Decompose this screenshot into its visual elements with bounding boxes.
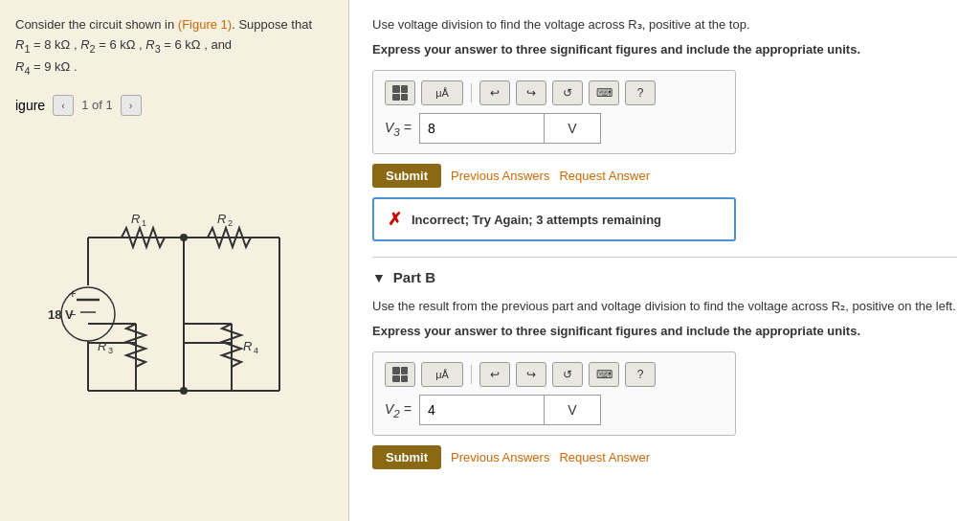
part-b-prev-answers-link[interactable]: Previous Answers (451, 450, 549, 464)
figure-area: igure ‹ 1 of 1 › + (15, 95, 333, 506)
part-a-action-row: Submit Previous Answers Request Answer (372, 164, 957, 188)
keyboard-button-b[interactable]: ⌨ (589, 362, 619, 387)
part-a-input[interactable] (419, 113, 544, 144)
svg-text:R: R (243, 339, 252, 353)
part-a-toolbar: μÅ ↩ ↪ ↺ ⌨ ? (385, 80, 724, 105)
part-a-request-answer-link[interactable]: Request Answer (559, 169, 650, 183)
left-panel: Consider the circuit shown in (Figure 1)… (0, 0, 349, 521)
part-b-unit: V (544, 395, 601, 425)
redo-button-a[interactable]: ↪ (516, 80, 546, 105)
part-a-feedback-box: ✗ Incorrect; Try Again; 3 attempts remai… (372, 197, 736, 241)
svg-point-12 (180, 387, 188, 395)
problem-prefix: Consider the circuit shown in (15, 17, 178, 32)
prev-figure-button[interactable]: ‹ (53, 95, 74, 116)
undo-button-b[interactable]: ↩ (479, 362, 510, 387)
circuit-container: + − 18 V (15, 124, 333, 506)
part-a-unit: V (544, 113, 601, 144)
part-b-answer-box: μÅ ↩ ↪ ↺ ⌨ ? V2 = V (372, 351, 736, 436)
toolbar-sep-a (471, 83, 472, 102)
svg-text:R: R (131, 212, 140, 226)
part-b-bold-instruction: Express your answer to three significant… (372, 322, 957, 341)
svg-text:R: R (217, 212, 226, 226)
circuit-diagram: + − 18 V (40, 209, 308, 419)
part-a-answer-box: μÅ ↩ ↪ ↺ ⌨ ? V3 = V (372, 70, 736, 154)
part-b-section: ▼ Part B Use the result from the previou… (372, 269, 957, 469)
svg-text:4: 4 (254, 346, 258, 355)
problem-suffix: . Suppose that (232, 17, 312, 32)
redo-button-b[interactable]: ↪ (516, 362, 546, 387)
svg-text:3: 3 (108, 346, 113, 355)
part-a-var-label: V3 = (385, 120, 412, 138)
reset-button-a[interactable]: ↺ (552, 80, 583, 105)
help-button-b[interactable]: ? (625, 362, 656, 387)
undo-button-a[interactable]: ↩ (479, 80, 510, 105)
figure-nav: igure ‹ 1 of 1 › (15, 95, 333, 116)
reset-button-b[interactable]: ↺ (552, 362, 583, 387)
section-divider (372, 257, 957, 258)
grid-button-a[interactable] (385, 80, 415, 105)
problem-vars: R1 = 8 kΩ , R2 = 6 kΩ , R3 = 6 kΩ , and (15, 37, 232, 52)
problem-text: Consider the circuit shown in (Figure 1)… (15, 15, 333, 79)
keyboard-button-a[interactable]: ⌨ (589, 80, 619, 105)
part-b-input-row: V2 = V (385, 395, 724, 425)
right-panel: Use voltage division to find the voltage… (349, 0, 980, 521)
part-b-request-answer-link[interactable]: Request Answer (559, 450, 650, 464)
part-b-var-label: V2 = (385, 401, 412, 419)
svg-text:18 V: 18 V (48, 307, 74, 322)
part-a-submit-button[interactable]: Submit (372, 164, 441, 188)
part-b-instruction: Use the result from the previous part an… (372, 297, 957, 316)
help-button-a[interactable]: ? (625, 80, 656, 105)
part-b-label: Part B (393, 269, 435, 285)
part-a-instruction: Use voltage division to find the voltage… (372, 15, 957, 34)
incorrect-icon: ✗ (388, 209, 402, 230)
svg-text:2: 2 (228, 218, 233, 228)
part-a-input-row: V3 = V (385, 113, 724, 144)
feedback-text: Incorrect; Try Again; 3 attempts remaini… (412, 213, 661, 227)
svg-text:R: R (98, 339, 106, 353)
figure-link[interactable]: (Figure 1) (178, 17, 232, 32)
part-b-action-row: Submit Previous Answers Request Answer (372, 445, 957, 469)
part-a-bold-instruction: Express your answer to three significant… (372, 40, 957, 59)
unit-button-b[interactable]: μÅ (421, 362, 463, 387)
grid-button-b[interactable] (385, 362, 415, 387)
part-b-submit-button[interactable]: Submit (372, 445, 441, 469)
part-b-header: ▼ Part B (372, 269, 957, 285)
figure-label: igure (15, 98, 45, 113)
toolbar-sep-b (471, 365, 472, 384)
part-b-toolbar: μÅ ↩ ↪ ↺ ⌨ ? (385, 362, 724, 387)
unit-button-a[interactable]: μÅ (421, 80, 463, 105)
page-indicator: 1 of 1 (81, 98, 113, 112)
next-figure-button[interactable]: › (121, 95, 142, 116)
part-a-prev-answers-link[interactable]: Previous Answers (451, 169, 549, 183)
problem-vars2: R4 = 9 kΩ . (15, 59, 78, 74)
part-b-input[interactable] (419, 395, 544, 425)
svg-text:1: 1 (142, 218, 146, 228)
collapse-icon[interactable]: ▼ (372, 270, 386, 285)
